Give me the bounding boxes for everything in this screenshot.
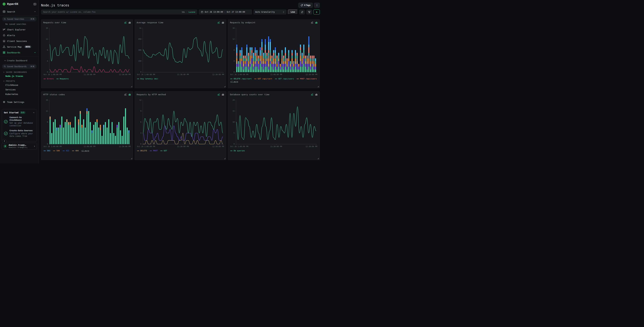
resize-handle[interactable] bbox=[224, 86, 225, 87]
legend-more-link[interactable]: +2 more bbox=[82, 150, 89, 152]
legend-item[interactable]: 404 bbox=[72, 150, 79, 152]
sidebar-preset-kubernetes[interactable]: Kubernetes bbox=[2, 92, 37, 96]
chart-canvas[interactable]: 0481216Oct 26 1:00:00 PM11:00:00 PM12:30… bbox=[43, 96, 131, 148]
event-search-box[interactable]: SQL | Lucene bbox=[41, 10, 197, 14]
tags-button[interactable]: 0 Tags bbox=[298, 3, 313, 8]
date-range-picker[interactable]: Oct 26 13:00:00 - Oct 27 13:00:00 bbox=[199, 10, 252, 14]
filter-button[interactable] bbox=[306, 10, 312, 14]
sidebar-preset-clickhouse[interactable]: ClickHouse bbox=[2, 83, 37, 87]
granularity-select[interactable]: Auto Granularity bbox=[254, 10, 286, 14]
chart-panel-database-query-counts: Database query counts over time 05101520… bbox=[228, 92, 320, 160]
legend-item[interactable]: 500 bbox=[53, 150, 60, 152]
legend-item[interactable]: Db queries bbox=[230, 150, 245, 152]
bar-chart-icon[interactable] bbox=[222, 21, 224, 24]
chart-canvas[interactable]: 036912Oct 26 1:00:00 PM11:30:00 PM12:30:… bbox=[137, 96, 224, 148]
run-query-button[interactable] bbox=[314, 10, 320, 14]
legend-dash-icon bbox=[230, 79, 232, 79]
sidebar-item-search[interactable]: Search bbox=[2, 9, 37, 14]
sql-toggle[interactable]: SQL bbox=[182, 11, 185, 13]
sidebar-item-team-settings[interactable]: Team Settings bbox=[2, 99, 37, 105]
help-icon[interactable]: ? bbox=[2, 139, 6, 144]
legend-dash-icon bbox=[44, 151, 46, 151]
user-menu[interactable]: D dominic.tran@c… dominic.tran@cli… bbox=[2, 143, 37, 150]
legend-item[interactable]: GET /api/cart bbox=[254, 78, 272, 80]
sidebar-preset-services[interactable]: Services bbox=[2, 87, 37, 92]
bar-chart-icon[interactable] bbox=[315, 93, 318, 96]
svg-text:5: 5 bbox=[234, 132, 235, 134]
sidebar-item-dashboards[interactable]: Dashboards bbox=[2, 50, 37, 56]
legend-item[interactable]: 503 bbox=[44, 150, 50, 152]
resize-handle[interactable] bbox=[224, 158, 225, 159]
create-dashboard-button[interactable]: + Create Dashboard bbox=[2, 58, 37, 63]
panel-menu-button[interactable] bbox=[314, 3, 320, 8]
saved-dashboards-input[interactable] bbox=[7, 65, 29, 68]
get-started-header[interactable]: Get Started 3/3 bbox=[4, 111, 35, 114]
lucene-toggle[interactable]: Lucene bbox=[188, 11, 195, 13]
line-chart-icon[interactable] bbox=[311, 93, 314, 96]
sidebar-item-label: Team Settings bbox=[7, 101, 24, 103]
resize-handle[interactable] bbox=[318, 86, 319, 87]
bar-chart-icon[interactable] bbox=[222, 93, 224, 96]
svg-text:4: 4 bbox=[234, 60, 235, 62]
get-started-item-connect[interactable]: Connect to ClickHouse Set up your databa… bbox=[4, 116, 35, 127]
line-chart-icon[interactable] bbox=[218, 21, 220, 24]
svg-text:12: 12 bbox=[46, 110, 48, 112]
sidebar-dashboard-nodejs-traces[interactable]: Node.js traces bbox=[2, 74, 37, 78]
legend-item[interactable]: Requests bbox=[56, 78, 69, 80]
saved-searches-input[interactable] bbox=[7, 18, 29, 20]
sidebar-item-service-map[interactable]: Service Map BETA bbox=[2, 44, 37, 50]
legend-dash-icon bbox=[72, 151, 74, 151]
svg-text:16: 16 bbox=[233, 27, 235, 29]
refresh-button[interactable] bbox=[299, 10, 305, 14]
sidebar-collapse-icon[interactable] bbox=[34, 3, 36, 6]
legend-item[interactable]: Errors bbox=[44, 78, 54, 80]
sidebar: HyperDX Search ⌘ K No saved searches bbox=[0, 0, 39, 164]
get-started-item-sources[interactable]: Create Data Sources Configure where your… bbox=[4, 130, 35, 138]
line-chart-icon[interactable] bbox=[124, 21, 127, 24]
bar-chart-icon[interactable] bbox=[128, 93, 131, 96]
svg-text:0: 0 bbox=[140, 143, 141, 145]
sidebar-item-client-sessions[interactable]: Client Sessions bbox=[2, 38, 37, 44]
presets-header[interactable]: PRESETS bbox=[0, 78, 37, 83]
get-started-item-title: Connect to ClickHouse bbox=[10, 116, 35, 122]
line-chart-icon[interactable] bbox=[124, 93, 127, 96]
chart-canvas[interactable]: 0481216Oct 26 1:00:00 PM11:30:00 PM12:30… bbox=[43, 24, 131, 76]
line-chart-icon[interactable] bbox=[218, 93, 220, 96]
bar-chart-icon[interactable] bbox=[315, 21, 318, 24]
sidebar-item-alerts[interactable]: Alerts bbox=[2, 32, 37, 38]
panel-title: Database query counts over time bbox=[230, 93, 269, 96]
svg-text:12: 12 bbox=[139, 99, 142, 101]
page-title: Node.js traces bbox=[41, 4, 69, 7]
chart-canvas[interactable]: 0481216Oct 26 1:00:00 PM11:00:00 PM12:30… bbox=[230, 24, 318, 76]
resize-handle[interactable] bbox=[131, 158, 132, 159]
resize-handle[interactable] bbox=[318, 158, 319, 159]
event-search-input[interactable] bbox=[43, 11, 180, 13]
legend-label: 422 bbox=[66, 150, 69, 152]
legend-item[interactable]: POST /api/users bbox=[297, 78, 317, 80]
legend-item[interactable]: POST bbox=[150, 150, 158, 152]
legend-more-link[interactable]: +7 more bbox=[230, 80, 238, 83]
legend-item[interactable]: 422 bbox=[62, 150, 69, 152]
legend-item[interactable]: GET bbox=[160, 150, 167, 152]
sidebar-item-chart-explorer[interactable]: Chart Explorer bbox=[2, 27, 37, 32]
saved-dashboards-header[interactable]: SAVED DASHBOARDS bbox=[0, 70, 37, 74]
saved-dashboards-search[interactable]: ⌘ K bbox=[2, 64, 37, 69]
get-started-item-desc: Set up your database connection bbox=[10, 122, 35, 127]
chart-canvas[interactable]: 05101520Oct 26 1:00:00 PM11:30:00 PM12:3… bbox=[230, 96, 318, 148]
live-button[interactable]: Live bbox=[288, 10, 298, 14]
query-language-toggle[interactable]: SQL | Lucene bbox=[182, 11, 195, 13]
legend-item[interactable]: Avg latency (ms) bbox=[137, 78, 158, 80]
bar-chart-icon[interactable] bbox=[128, 21, 131, 24]
legend-item[interactable]: DELETE bbox=[137, 150, 147, 152]
legend-item[interactable]: GET /api/users bbox=[275, 78, 294, 80]
resize-handle[interactable] bbox=[131, 86, 132, 87]
toolbar: SQL | Lucene Oct 26 13:00:00 - Oct 27 13… bbox=[41, 10, 320, 14]
saved-searches-search[interactable]: ⌘ K bbox=[2, 17, 37, 21]
sidebar-item-label: Search bbox=[7, 10, 15, 13]
chart-canvas[interactable]: 01503004501kOct 26 1:00:00 PM11:30:00 PM… bbox=[137, 24, 224, 76]
svg-text:8: 8 bbox=[234, 49, 235, 51]
chart-panel-requests-by-endpoint: Requests by endpoint 0481216Oct 26 1:00:… bbox=[228, 20, 320, 88]
line-chart-icon[interactable] bbox=[311, 21, 314, 24]
legend-item[interactable]: DELETE /api/cart bbox=[230, 78, 252, 80]
chevron-right-icon bbox=[34, 145, 36, 147]
